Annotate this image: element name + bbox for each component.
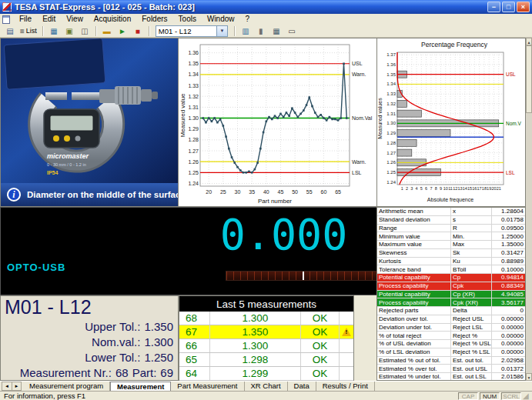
start-acquisition-icon: ► (119, 27, 126, 35)
data-point (323, 117, 325, 119)
data-table-icon[interactable]: ▦ (269, 25, 283, 37)
print-icon[interactable]: ▭ (285, 25, 299, 37)
measurement-nr-value: 68 (115, 366, 129, 379)
probe-device-label: OPTO-USB (7, 262, 65, 273)
stats-row: KurtosisKu0.88989 (377, 258, 525, 266)
upper-tolerance-value: 1.350 (144, 320, 173, 333)
last5-row: 681.300OK (179, 312, 353, 325)
stat-value-cell: 0.01758 (491, 216, 525, 224)
tab-data[interactable]: Data (288, 382, 316, 391)
scroll-down-icon[interactable]: ▼ (526, 373, 532, 381)
start-acquisition-icon[interactable]: ► (115, 25, 129, 37)
menu-acquisition[interactable]: Acquisition (89, 14, 136, 25)
xr-chart-icon: ▥ (242, 27, 249, 35)
data-point (259, 148, 262, 150)
menu-folders[interactable]: Folders (136, 14, 172, 25)
stats-row: Process capabilityCpk0.88349 (377, 282, 525, 291)
resize-grip[interactable]: ◢ (523, 392, 532, 400)
stats-row: % of USL deviationReject % USL0.00000 (377, 340, 525, 348)
ref-line-label: USL (352, 61, 363, 66)
data-point (343, 62, 345, 65)
data-point (223, 125, 225, 127)
histogram-xlabel: Absolute frequence (427, 197, 473, 203)
data-point (208, 117, 210, 119)
x-tick-label: 12 (453, 186, 457, 191)
toolbar-separator (234, 26, 235, 36)
data-point (294, 112, 296, 114)
app-window: TESA STAT-Express - [012 - 025 - Batch: … (0, 0, 532, 400)
tab-measurement[interactable]: Measurement (110, 382, 171, 391)
stats-row: Standard deviations0.01758 (377, 216, 525, 225)
toolbar-button-label: List (26, 27, 37, 35)
form-view-icon[interactable]: ▣ (62, 25, 76, 37)
y-tick-label: 1.31 (188, 105, 199, 110)
tab-results-print[interactable]: Results / Print (316, 382, 375, 391)
grid-view-icon[interactable]: ▦ (47, 25, 61, 37)
tab-xr-chart[interactable]: XR Chart (245, 382, 288, 391)
maximize-button[interactable]: □ (502, 2, 515, 12)
y-tick-label: 1.25 (188, 170, 199, 175)
menu-window[interactable]: Window (202, 14, 240, 25)
stat-value-cell: 2.02958 (491, 357, 525, 365)
y-tick-label: 1.26 (188, 159, 199, 165)
scrollbar-thumb[interactable] (526, 45, 532, 113)
stat-value-cell: 0.00000 (491, 315, 525, 323)
folder-batch-icon[interactable]: ▬ (100, 25, 114, 37)
program-name: M01 - L12 (5, 296, 92, 318)
data-point (283, 116, 285, 118)
tab-measurement-program[interactable]: Measurement program (23, 382, 110, 391)
ref-line-label: Nom.Val (352, 115, 373, 121)
xr-chart-icon[interactable]: ▥ (239, 25, 253, 37)
menu-edit[interactable]: Edit (37, 14, 61, 25)
data-point (266, 120, 268, 122)
stats-row: Rejected partsDelta0 (377, 307, 525, 315)
close-button[interactable]: × (517, 2, 530, 12)
measurement-value-cell: 1.350 (210, 325, 301, 338)
menu-file[interactable]: File (14, 14, 37, 25)
stat-symbol-cell: Est. out tol. (450, 357, 491, 365)
x-tick-label: 14 (463, 186, 467, 191)
tab-scroll-left-icon[interactable]: ◄ (2, 382, 12, 390)
y-tick-label: 1.29 (188, 126, 199, 132)
vertical-scrollbar[interactable]: ▲ ▼ (526, 38, 532, 381)
stat-value-cell: 3.56177 (491, 298, 525, 306)
stat-symbol-cell: Sk (450, 249, 491, 257)
stat-symbol-cell: Max (450, 241, 491, 248)
histogram-bar (397, 130, 450, 137)
stats-row: Maximum valueMax1.35000 (377, 241, 525, 249)
list-icon[interactable]: ≡List (18, 25, 38, 37)
data-point (216, 122, 219, 124)
measurement-value-cell: 1.298 (210, 353, 301, 366)
last5-row: 651.298OK (179, 353, 353, 367)
menu-tools[interactable]: Tools (173, 14, 202, 25)
histogram-icon[interactable]: ▮ (254, 25, 268, 37)
characteristic-caption: i Diameter on the middle of the surface (1, 183, 178, 206)
x-tick-label: 19 (487, 186, 491, 191)
menu-?[interactable]: ? (240, 14, 256, 25)
minimize-button[interactable]: − (487, 2, 500, 12)
stat-name-cell: Standard deviation (377, 216, 450, 224)
tab-scroll-buttons: ◄► (2, 382, 22, 391)
program-combo[interactable]: M01 - L12▼ (156, 25, 228, 37)
stat-name-cell: Tolerance band (377, 265, 450, 273)
stat-symbol-cell: R (450, 225, 491, 232)
stop-acquisition-icon[interactable]: ■ (131, 25, 145, 37)
tab-scroll-right-icon[interactable]: ► (12, 382, 21, 390)
chevron-down-icon[interactable]: ▼ (216, 26, 227, 36)
measurement-value-cell: 1.300 (210, 339, 301, 352)
stat-symbol-cell: Cp (XR) (450, 291, 491, 298)
y-tick-label: 1.25 (386, 170, 396, 175)
stats-row: % of total rejectReject %0.00000 (377, 332, 525, 340)
tab-part-measurement[interactable]: Part Measurement (171, 382, 244, 391)
toolbar-separator (95, 26, 96, 36)
last5-title: Last 5 measurements (179, 296, 353, 312)
flag-cell: ! (340, 325, 353, 338)
data-point (213, 117, 216, 119)
x-tick-label: 7 (430, 186, 432, 191)
window-layout-icon[interactable]: ◫ (78, 25, 92, 37)
report-icon[interactable]: ▤ (3, 25, 17, 37)
stat-symbol-cell: Reject % LSL (450, 348, 491, 356)
title-bar[interactable]: TESA STAT-Express - [012 - 025 - Batch: … (0, 0, 532, 14)
scroll-up-icon[interactable]: ▲ (526, 38, 532, 45)
menu-view[interactable]: View (61, 14, 89, 25)
